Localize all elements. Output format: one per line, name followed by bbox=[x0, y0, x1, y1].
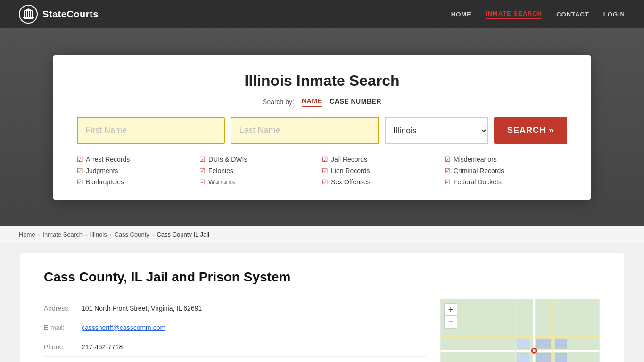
check-icon: ☑ bbox=[199, 167, 206, 174]
svg-rect-2 bbox=[23, 17, 34, 18]
svg-marker-8 bbox=[23, 8, 34, 11]
svg-rect-4 bbox=[26, 11, 27, 17]
checkbox-label: Federal Dockets bbox=[454, 178, 502, 186]
header: StateCourts HOME INMATE SEARCH CONTACT L… bbox=[0, 0, 644, 28]
main-content: Cass County, IL Jail and Prison System A… bbox=[0, 243, 644, 362]
checkbox-criminal-records: ☑ Criminal Records bbox=[445, 167, 567, 174]
search-button[interactable]: SEARCH » bbox=[494, 117, 567, 144]
logo-icon bbox=[19, 5, 38, 24]
hero-section: COURTHOUSE Illinois Inmate Search Search… bbox=[0, 28, 644, 226]
info-row-address: Address: 101 North Front Street, Virgini… bbox=[44, 299, 426, 318]
breadcrumb-sep-1: › bbox=[38, 232, 40, 238]
checkbox-label: Misdemeanors bbox=[454, 156, 497, 163]
svg-rect-10 bbox=[441, 299, 600, 362]
address-value: 101 North Front Street, Virginia, IL 626… bbox=[82, 304, 202, 312]
checkbox-duis-dwis: ☑ DUIs & DWIs bbox=[199, 156, 322, 163]
check-icon: ☑ bbox=[199, 156, 206, 163]
map-zoom-controls: + − bbox=[444, 303, 457, 329]
checkbox-label: Sex Offenses bbox=[331, 178, 371, 186]
check-icon: ☑ bbox=[199, 178, 206, 186]
check-icon: ☑ bbox=[77, 156, 83, 163]
info-row-phone: Phone: 217-452-7718 bbox=[44, 337, 426, 357]
checkbox-sex-offenses: ☑ Sex Offenses bbox=[322, 178, 445, 186]
content-card: Cass County, IL Jail and Prison System A… bbox=[20, 253, 624, 362]
map-zoom-in[interactable]: + bbox=[445, 304, 457, 316]
svg-rect-6 bbox=[30, 11, 31, 17]
breadcrumb-sep-2: › bbox=[85, 232, 87, 238]
breadcrumb: Home › Inmate Search › Illinois › Cass C… bbox=[0, 226, 644, 243]
breadcrumb-cass-county[interactable]: Cass County bbox=[114, 231, 149, 238]
phone-label: Phone: bbox=[44, 343, 82, 351]
breadcrumb-illinois[interactable]: Illinois bbox=[90, 231, 107, 238]
breadcrumb-sep-4: › bbox=[152, 232, 154, 238]
search-modal: Illinois Inmate Search Search by: NAME C… bbox=[53, 55, 591, 200]
phone-value: 217-452-7718 bbox=[82, 343, 123, 351]
svg-rect-3 bbox=[24, 11, 25, 17]
check-icon: ☑ bbox=[77, 167, 83, 174]
check-icon: ☑ bbox=[322, 156, 328, 163]
svg-rect-5 bbox=[28, 11, 29, 17]
check-icon: ☑ bbox=[445, 167, 451, 174]
checkbox-label: Felonies bbox=[208, 167, 233, 174]
checkboxes-grid: ☑ Arrest Records ☑ DUIs & DWIs ☑ Jail Re… bbox=[77, 156, 567, 186]
info-row-email: E-mail: casssheriff@casscomm.com bbox=[44, 318, 426, 337]
content-title: Cass County, IL Jail and Prison System bbox=[44, 270, 600, 285]
last-name-input[interactable] bbox=[231, 117, 379, 144]
email-link[interactable]: casssheriff@casscomm.com bbox=[82, 324, 165, 331]
svg-rect-1 bbox=[24, 18, 33, 19]
check-icon: ☑ bbox=[322, 167, 328, 174]
svg-rect-21 bbox=[555, 339, 567, 348]
svg-rect-18 bbox=[537, 353, 551, 362]
logo-name: StateCourts bbox=[42, 9, 99, 20]
check-icon: ☑ bbox=[445, 156, 451, 163]
checkbox-label: Lien Records bbox=[331, 167, 370, 174]
svg-point-24 bbox=[533, 349, 536, 352]
address-label: Address: bbox=[44, 304, 82, 312]
checkbox-label: Criminal Records bbox=[454, 167, 504, 174]
breadcrumb-home[interactable]: Home bbox=[19, 231, 35, 238]
logo-area: StateCourts bbox=[19, 5, 99, 24]
nav-home[interactable]: HOME bbox=[451, 11, 471, 18]
checkbox-bankruptcies: ☑ Bankruptcies bbox=[77, 178, 199, 186]
tab-case-number[interactable]: CASE NUMBER bbox=[330, 98, 381, 106]
checkbox-lien-records: ☑ Lien Records bbox=[322, 167, 445, 174]
tab-name[interactable]: NAME bbox=[302, 97, 322, 107]
check-icon: ☑ bbox=[322, 178, 328, 186]
check-icon: ☑ bbox=[445, 178, 451, 186]
nav-inmate-search[interactable]: INMATE SEARCH bbox=[486, 10, 542, 19]
svg-rect-17 bbox=[537, 339, 551, 348]
check-icon: ☑ bbox=[77, 178, 83, 186]
checkbox-jail-records: ☑ Jail Records bbox=[322, 156, 445, 163]
email-value: casssheriff@casscomm.com bbox=[82, 324, 165, 331]
checkbox-label: Warrants bbox=[208, 178, 235, 186]
breadcrumb-inmate-search[interactable]: Inmate Search bbox=[42, 231, 83, 238]
svg-rect-22 bbox=[555, 353, 567, 362]
map-zoom-out[interactable]: − bbox=[445, 316, 457, 328]
info-table: Address: 101 North Front Street, Virgini… bbox=[44, 299, 426, 362]
breadcrumb-sep-3: › bbox=[110, 232, 112, 238]
breadcrumb-current: Cass County IL Jail bbox=[157, 231, 209, 238]
email-label: E-mail: bbox=[44, 324, 82, 331]
nav-contact[interactable]: CONTACT bbox=[556, 11, 589, 18]
checkbox-felonies: ☑ Felonies bbox=[199, 167, 322, 174]
checkbox-label: DUIs & DWIs bbox=[208, 156, 247, 163]
svg-rect-20 bbox=[518, 353, 529, 362]
info-row-fax: Fax: 217-452-7211 bbox=[44, 357, 426, 362]
modal-title: Illinois Inmate Search bbox=[77, 72, 567, 90]
svg-rect-7 bbox=[32, 11, 33, 17]
checkbox-arrest-records: ☑ Arrest Records bbox=[77, 156, 199, 163]
checkbox-misdemeanors: ☑ Misdemeanors bbox=[445, 156, 567, 163]
checkbox-label: Arrest Records bbox=[86, 156, 130, 163]
checkbox-label: Jail Records bbox=[331, 156, 367, 163]
info-layout: Address: 101 North Front Street, Virgini… bbox=[44, 299, 600, 362]
checkbox-label: Judgments bbox=[86, 167, 118, 174]
checkbox-label: Bankruptcies bbox=[86, 178, 124, 186]
checkbox-warrants: ☑ Warrants bbox=[199, 178, 322, 186]
nav-login[interactable]: LOGIN bbox=[603, 11, 625, 18]
map-container: + − bbox=[440, 299, 600, 362]
state-select[interactable]: Illinois Alabama Alaska Arizona Californ… bbox=[385, 117, 488, 144]
main-nav: HOME INMATE SEARCH CONTACT LOGIN bbox=[451, 10, 625, 19]
svg-rect-19 bbox=[518, 339, 529, 348]
map-svg bbox=[440, 299, 600, 362]
first-name-input[interactable] bbox=[77, 117, 225, 144]
